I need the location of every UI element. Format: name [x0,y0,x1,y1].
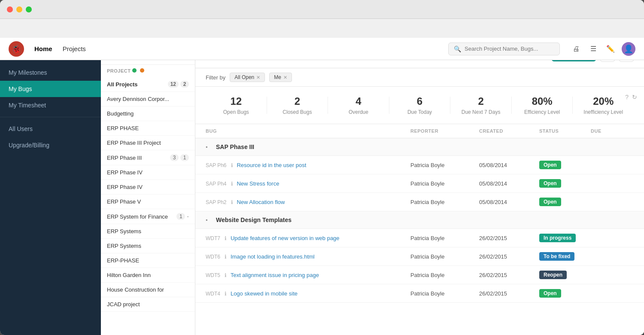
sidebar-item-billing[interactable]: Upgrade/Billing [0,137,101,153]
titlebar [0,0,644,19]
sidebar-item-milestones[interactable]: My Milestones [0,64,101,81]
bug-cell: WDT7 ℹ Update features of new version in… [206,234,410,242]
bug-title-link[interactable]: New Stress force [237,180,279,187]
bug-id: WDT6 [206,254,220,260]
list-icon[interactable]: ☰ [587,43,599,55]
user-avatar[interactable]: 👤 [622,42,635,56]
close-dot[interactable] [7,6,13,12]
filter-tag-me-close[interactable]: ✕ [283,75,287,80]
status-badge: In progress [539,234,576,242]
app-window: 🐞 Home Projects 🔍 🖨 ☰ ✏️ 👤 Feed My Miles… [0,0,644,335]
project-item[interactable]: ERP-PHASE [101,253,195,268]
bugs-table: BUG REPORTER CREATED STATUS DUE ▪ SAP Ph… [195,124,644,335]
project-item[interactable]: Budgetting [101,107,195,121]
stat-due-next: 2 Due Next 7 Days [450,95,511,115]
maximize-dot[interactable] [26,6,32,12]
sidebar-item-bugs[interactable]: My Bugs [0,81,101,97]
filter-tag-me[interactable]: Me ✕ [269,73,292,82]
status-cell: Open [539,161,591,169]
stats-help-icon[interactable]: ? [625,94,629,100]
filter-tag-all-open-label: All Open [234,74,254,80]
stat-efficiency-label: Efficiency Level [512,109,573,115]
project-panel-header: Project [101,65,195,77]
stat-closed-bugs: 2 Closed Bugs [267,95,328,115]
minimize-dot[interactable] [16,6,22,12]
group-name-sap: SAP Phase III [216,143,254,150]
printer-icon[interactable]: 🖨 [570,43,582,55]
group-website-design[interactable]: ▪ Website Design Templates [195,211,644,229]
timesheet-label: My Timesheet [9,102,46,109]
bug-title-link[interactable]: Image not loading in features.html [231,253,315,260]
nav-home[interactable]: Home [34,45,52,52]
bug-cell: WDT4 ℹ Logo skewed in mobile site [206,289,410,297]
filter-label: Filter by [206,74,225,81]
project-item[interactable]: ERP Phase III Project [101,136,195,150]
project-item[interactable]: ERP Phase IV [101,165,195,180]
bug-title-link[interactable]: Update features of new version in web pa… [231,235,340,241]
project-header-green-dot [132,68,137,73]
project-item[interactable]: ERP Phase III 3 1 [101,150,195,165]
project-item[interactable]: JCAD project [101,297,195,312]
top-navigation: 🐞 Home Projects 🔍 🖨 ☰ ✏️ 👤 [0,38,644,60]
stat-efficiency-number: 80% [512,95,573,107]
status-badge: Open [539,289,561,298]
bug-title-link[interactable]: New Allocation flow [237,199,285,205]
group-toggle-icon: ▪ [206,217,213,223]
stat-due-today-label: Due Today [389,109,450,115]
all-projects-name: All Projects [107,81,168,88]
project-item[interactable]: ERP PHASE [101,121,195,136]
stat-inefficiency: 20% Inefficiency Level [573,95,634,115]
stats-refresh-icon[interactable]: ↻ [632,94,637,100]
info-icon: ℹ [225,272,227,278]
bug-cell: WDT6 ℹ Image not loading in features.htm… [206,253,410,260]
status-badge: Reopen [539,271,567,279]
bugs-label: My Bugs [9,85,32,92]
nav-projects[interactable]: Projects [63,45,86,52]
bug-cell: SAP Ph6 ℹ Resource id in the user post [206,161,410,169]
filter-tag-all-open[interactable]: All Open ✕ [230,73,265,82]
project-item[interactable]: House Construction for [101,283,195,297]
created-date: 26/02/2015 [479,253,539,260]
project-item[interactable]: Hilton Garden Inn [101,268,195,283]
project-item[interactable]: Avery Dennison Corpor... [101,92,195,107]
bug-id: SAP Ph2 [206,199,226,205]
project-all[interactable]: All Projects 12 2 [101,77,195,92]
table-row: WDT7 ℹ Update features of new version in… [195,229,644,247]
project-item[interactable]: ERP Phase IV [101,180,195,195]
filter-tag-all-open-close[interactable]: ✕ [256,75,260,80]
global-search[interactable]: 🔍 [448,43,560,55]
pencil-icon[interactable]: ✏️ [605,43,617,55]
search-input[interactable] [465,46,554,52]
bug-title-link[interactable]: Logo skewed in mobile site [231,290,298,297]
bug-title-link[interactable]: Resource id in the user post [237,162,306,168]
project-panel: Project All Projects 12 2 Avery Dennison… [101,41,195,335]
project-item[interactable]: ERP System for Finance 1 - [101,209,195,224]
group-sap-phase-iii[interactable]: ▪ SAP Phase III [195,138,644,156]
stat-inefficiency-number: 20% [573,95,634,107]
sidebar-item-users[interactable]: All Users [0,121,101,137]
bug-cell: WDT5 ℹ Text alignment issue in pricing p… [206,271,410,279]
status-cell: To be fixed [539,252,591,261]
info-icon: ℹ [225,291,227,297]
info-icon: ℹ [231,199,233,205]
col-bug: BUG [206,128,410,134]
reporter: Patricia Boyle [410,180,479,187]
project-item[interactable]: ERP Systems [101,224,195,239]
bug-id: WDT4 [206,291,220,297]
filter-tag-me-label: Me [274,74,281,80]
stat-due-next-label: Due Next 7 Days [450,109,511,115]
status-badge: Open [539,161,561,169]
info-icon: ℹ [231,181,233,187]
stat-open-bugs-label: Open Bugs [206,109,267,115]
stat-open-bugs-number: 12 [206,95,267,107]
table-row: SAP Ph6 ℹ Resource id in the user post P… [195,156,644,174]
bug-title-link[interactable]: Text alignment issue in pricing page [231,272,319,278]
bug-cell: SAP Ph4 ℹ New Stress force [206,180,410,187]
project-item[interactable]: ERP Phase V [101,195,195,209]
sidebar: Feed My Milestones My Bugs My Timesheet … [0,41,101,335]
info-icon: ℹ [225,254,227,260]
sidebar-item-timesheet[interactable]: My Timesheet [0,97,101,113]
stat-overdue-number: 4 [328,95,389,107]
project-item[interactable]: ERP Systems [101,239,195,253]
filter-bar: Filter by All Open ✕ Me ✕ [195,68,644,87]
